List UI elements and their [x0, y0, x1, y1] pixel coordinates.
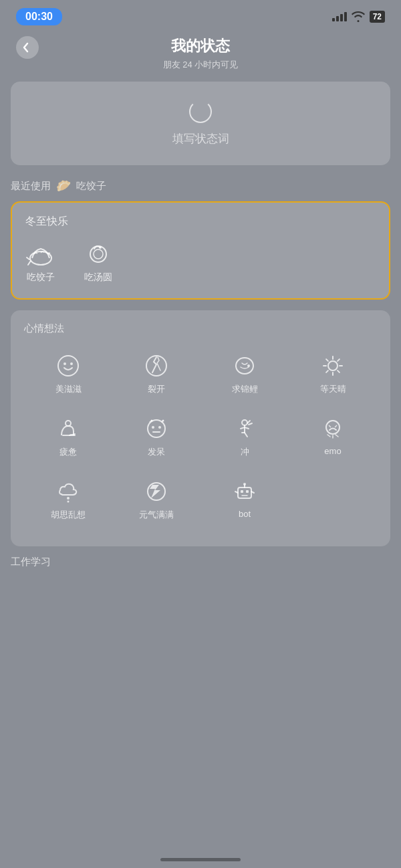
svg-point-6 — [58, 356, 78, 376]
mood-label-5: 疲惫 — [59, 446, 77, 458]
svg-line-16 — [326, 359, 328, 361]
mood-label-11: bot — [239, 509, 251, 519]
emo-icon — [321, 417, 345, 441]
list-item[interactable]: 元气满满 — [112, 469, 200, 532]
mood-label-10: 元气满满 — [139, 509, 174, 521]
mood-label-3: 求锦鲤 — [232, 383, 258, 395]
list-item[interactable]: 冲 — [200, 406, 289, 469]
koi-icon — [233, 354, 257, 378]
mood-label-8: emo — [324, 446, 341, 456]
work-section: 工作学习 — [0, 546, 401, 568]
list-item[interactable]: 发呆 — [112, 406, 200, 469]
list-item[interactable]: 裂开 — [112, 343, 200, 406]
svg-point-5 — [99, 246, 102, 249]
list-item[interactable]: emo — [289, 406, 377, 469]
svg-point-28 — [242, 420, 247, 425]
svg-rect-37 — [246, 490, 249, 493]
mood-grid: 美滋滋 裂开 求锦鲤 — [24, 343, 377, 532]
mood-label-2: 裂开 — [148, 383, 165, 395]
page-header: 我的状态 朋友 24 小时内可见 — [0, 31, 401, 82]
battery-indicator: 72 — [370, 11, 385, 23]
svg-point-27 — [162, 420, 164, 422]
mood-label-1: 美滋滋 — [55, 383, 82, 395]
svg-line-2 — [27, 257, 29, 259]
mood-label-9: 胡思乱想 — [51, 509, 86, 521]
highlight-card-title: 冬至快乐 — [25, 215, 376, 229]
svg-line-31 — [335, 425, 337, 427]
rush-icon — [233, 417, 257, 441]
mood-label-6: 发呆 — [148, 446, 165, 458]
svg-line-1 — [28, 261, 31, 265]
daze-icon — [144, 417, 168, 441]
sun-icon — [321, 354, 345, 378]
svg-rect-35 — [238, 487, 251, 498]
svg-point-23 — [152, 426, 154, 429]
energy-icon — [144, 479, 168, 504]
refresh-icon — [189, 100, 212, 123]
svg-line-19 — [326, 370, 328, 372]
svg-point-7 — [63, 362, 66, 365]
svg-point-33 — [68, 501, 70, 503]
svg-point-29 — [326, 421, 340, 434]
recent-emoji-icon: 🥟 — [56, 179, 71, 193]
mood-label-7: 冲 — [241, 446, 249, 458]
mood-section: 心情想法 美滋滋 裂开 — [0, 310, 401, 546]
svg-point-26 — [151, 420, 153, 422]
crack-icon — [144, 354, 168, 378]
svg-point-10 — [247, 364, 250, 367]
dumpling-icon — [25, 241, 56, 266]
home-indicator — [160, 858, 241, 861]
svg-point-4 — [94, 249, 103, 259]
highlight-item-label-1: 吃饺子 — [27, 272, 55, 284]
work-section-label: 工作学习 — [11, 556, 390, 568]
list-item[interactable]: 吃汤圆 — [83, 241, 114, 284]
svg-line-17 — [338, 370, 340, 372]
wifi-icon — [351, 11, 366, 22]
list-item[interactable]: 胡思乱想 — [24, 469, 112, 532]
svg-point-40 — [243, 483, 246, 485]
svg-point-32 — [67, 497, 70, 500]
svg-point-3 — [90, 246, 106, 262]
list-item[interactable]: 等天晴 — [289, 343, 377, 406]
recent-section-label: 最近使用 🥟 吃饺子 — [11, 179, 390, 193]
input-placeholder: 填写状态词 — [172, 131, 229, 146]
list-item[interactable]: 疲惫 — [24, 406, 112, 469]
main-content: 填写状态词 最近使用 🥟 吃饺子 冬至快乐 吃饺子 — [0, 82, 401, 300]
svg-point-22 — [148, 420, 165, 437]
svg-point-8 — [70, 362, 73, 365]
back-button[interactable] — [16, 36, 39, 59]
list-item[interactable]: 吃饺子 — [25, 241, 56, 284]
cloud-think-icon — [56, 479, 80, 504]
status-icons: 72 — [332, 11, 385, 23]
mood-section-title: 心情想法 — [24, 322, 377, 335]
svg-point-20 — [65, 421, 71, 426]
list-item[interactable]: 美滋滋 — [24, 343, 112, 406]
svg-line-18 — [338, 359, 340, 361]
highlight-card: 冬至快乐 吃饺子 — [11, 201, 390, 300]
recent-label-text: 最近使用 — [11, 180, 51, 193]
list-item[interactable]: 求锦鲤 — [200, 343, 289, 406]
highlight-emoji-row: 吃饺子 吃汤圆 — [25, 241, 376, 284]
tangyuan-icon — [83, 241, 114, 266]
status-bar: 00:30 72 — [0, 0, 401, 31]
mood-label-4: 等天晴 — [320, 383, 346, 395]
svg-rect-36 — [241, 490, 243, 493]
svg-point-24 — [158, 426, 161, 429]
highlight-item-label-2: 吃汤圆 — [84, 272, 112, 284]
tired-icon — [56, 417, 80, 441]
list-item[interactable]: bot — [200, 469, 289, 532]
recent-item-text: 吃饺子 — [76, 180, 106, 193]
status-input-card[interactable]: 填写状态词 — [11, 82, 390, 165]
bot-icon — [233, 479, 257, 504]
status-time: 00:30 — [16, 8, 62, 25]
smile-icon — [56, 354, 80, 378]
mood-card: 心情想法 美滋滋 裂开 — [11, 310, 390, 546]
page-title: 我的状态 — [0, 36, 401, 56]
svg-point-11 — [328, 361, 338, 370]
signal-icon — [332, 12, 347, 21]
mood-empty-slot — [289, 469, 377, 532]
header-subtitle: 朋友 24 小时内可见 — [0, 59, 401, 71]
svg-line-30 — [329, 425, 331, 427]
